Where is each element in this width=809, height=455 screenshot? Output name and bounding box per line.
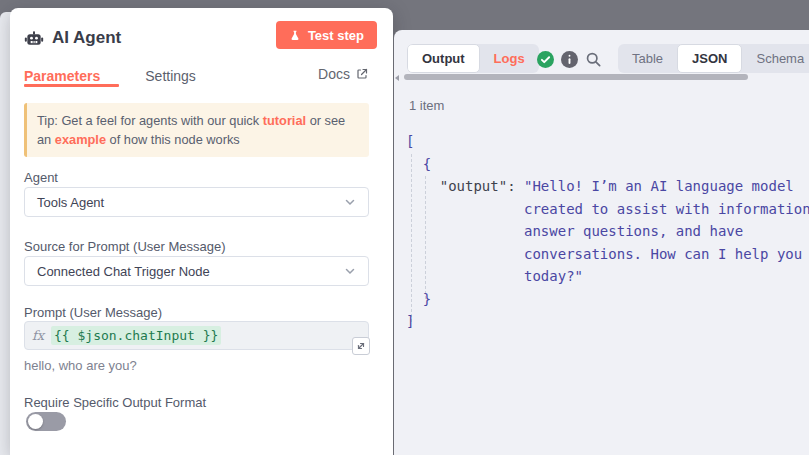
tab-settings[interactable]: Settings bbox=[145, 68, 196, 84]
expression-value[interactable]: {{ $json.chatInput }} bbox=[51, 326, 221, 345]
prompt-expression-input[interactable]: fx {{ $json.chatInput }} bbox=[24, 321, 369, 350]
example-link[interactable]: example bbox=[55, 132, 106, 147]
flask-icon bbox=[289, 29, 301, 42]
tab-parameters[interactable]: Parameters bbox=[24, 68, 100, 84]
tutorial-link[interactable]: tutorial bbox=[263, 113, 306, 128]
active-tab-underline bbox=[24, 84, 119, 87]
node-title: AI Agent bbox=[52, 28, 121, 48]
info-icon[interactable] bbox=[561, 51, 578, 68]
tab-logs[interactable]: Logs bbox=[480, 44, 539, 73]
items-count: 1 item bbox=[409, 98, 444, 113]
tab-table[interactable]: Table bbox=[618, 44, 677, 73]
fx-icon: fx bbox=[25, 328, 51, 343]
agent-select[interactable]: Tools Agent bbox=[24, 187, 369, 217]
agent-field-label: Agent bbox=[24, 170, 58, 185]
node-settings-panel: AI Agent Test step Parameters Settings D… bbox=[10, 8, 393, 455]
scrollbar-left-arrow[interactable] bbox=[395, 75, 399, 81]
tab-json[interactable]: JSON bbox=[677, 44, 742, 73]
chevron-down-icon bbox=[344, 265, 356, 277]
expand-expression-button[interactable] bbox=[352, 337, 370, 355]
json-code: [ { "output": "Hello! I’m an AI language… bbox=[406, 130, 809, 455]
tip-text: Tip: Get a feel for agents with our quic… bbox=[37, 113, 263, 128]
horizontal-scrollbar[interactable] bbox=[404, 74, 748, 80]
tip-text-suffix: of how this node works bbox=[106, 132, 240, 147]
output-format-label: Require Specific Output Format bbox=[24, 395, 206, 410]
success-check-icon bbox=[537, 51, 554, 68]
tab-schema[interactable]: Schema bbox=[742, 44, 809, 73]
prompt-field-label: Prompt (User Message) bbox=[24, 305, 162, 320]
external-link-icon bbox=[356, 68, 368, 80]
tab-output[interactable]: Output bbox=[407, 44, 480, 73]
display-mode-switch: Table JSON Schema bbox=[618, 44, 809, 73]
expression-resolved-hint: hello, who are you? bbox=[24, 358, 137, 373]
docs-label: Docs bbox=[318, 66, 350, 82]
chevron-down-icon bbox=[344, 196, 356, 208]
expand-icon bbox=[356, 341, 366, 351]
require-output-format-toggle[interactable] bbox=[26, 412, 66, 431]
test-step-label: Test step bbox=[308, 28, 364, 43]
search-icon[interactable] bbox=[585, 51, 602, 68]
toggle-knob bbox=[28, 414, 43, 429]
robot-icon bbox=[24, 28, 44, 48]
node-header: AI Agent bbox=[24, 22, 121, 54]
agent-select-value: Tools Agent bbox=[37, 195, 104, 210]
test-step-button[interactable]: Test step bbox=[276, 21, 377, 49]
prompt-source-value: Connected Chat Trigger Node bbox=[37, 264, 210, 279]
docs-link[interactable]: Docs bbox=[318, 66, 368, 82]
tip-callout: Tip: Get a feel for agents with our quic… bbox=[24, 103, 369, 157]
output-panel: Output Logs Table JSON Schema 1 item [ {… bbox=[394, 30, 809, 455]
source-field-label: Source for Prompt (User Message) bbox=[24, 239, 226, 254]
run-view-switch: Output Logs bbox=[407, 44, 539, 73]
prompt-source-select[interactable]: Connected Chat Trigger Node bbox=[24, 256, 369, 286]
